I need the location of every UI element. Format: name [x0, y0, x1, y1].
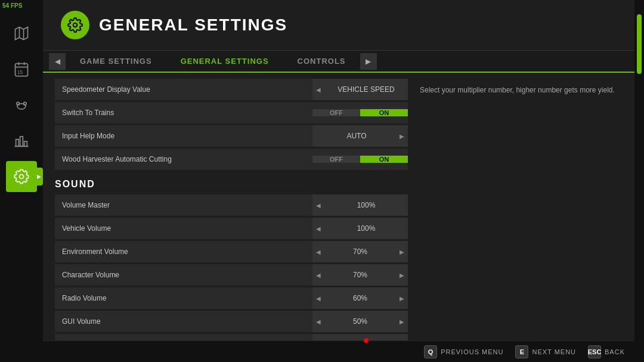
character-volume-prev[interactable]: ◀	[312, 264, 324, 286]
setting-label-input-help: Input Help Mode	[55, 132, 312, 140]
input-help-arrow[interactable]: ▶	[396, 125, 408, 147]
scrollbar[interactable]	[634, 0, 644, 362]
setting-row-vehicle-volume: Vehicle Volume ◀ 100%	[55, 218, 408, 239]
tab-game-settings[interactable]: GAME SETTINGS	[66, 51, 166, 73]
setting-label-gui-volume: GUI Volume	[55, 317, 312, 326]
key-e: E	[515, 345, 528, 358]
volume-master-value: 100%	[324, 201, 408, 209]
setting-label-character-volume: Character Volume	[55, 271, 312, 279]
svg-rect-12	[24, 141, 27, 146]
gui-volume-value: 50%	[324, 317, 396, 326]
input-help-value: AUTO	[312, 132, 396, 140]
setting-label-wood-harvester: Wood Harvester Automatic Cutting	[55, 155, 312, 163]
setting-row-switch-trains: Switch To Trains OFF ON	[55, 102, 408, 123]
setting-control-wood-harvester: OFF ON	[312, 148, 408, 170]
sidebar-item-settings[interactable]: ▶	[6, 161, 37, 192]
radio-volume-value: 60%	[324, 294, 396, 302]
setting-row-speedometer: Speedometer Display Value ◀ VEHICLE SPEE…	[55, 79, 408, 100]
character-volume-value: 70%	[324, 271, 396, 279]
label-next-menu: NEXT MENU	[532, 348, 576, 355]
settings-left: Speedometer Display Value ◀ VEHICLE SPEE…	[55, 79, 408, 335]
section-title-sound: SOUND	[55, 172, 408, 194]
label-back: BACK	[605, 348, 625, 355]
svg-point-8	[17, 102, 20, 105]
setting-control-speedometer: ◀ VEHICLE SPEED	[312, 79, 408, 100]
setting-row-gui-volume: GUI Volume ◀ 50% ▶	[55, 311, 408, 332]
setting-label-volume-master: Volume Master	[55, 201, 312, 209]
setting-control-vehicle-volume: ◀ 100%	[312, 218, 408, 239]
vehicle-volume-value: 100%	[324, 224, 408, 233]
tab-prev-button[interactable]: ◀	[49, 53, 66, 70]
label-prev-menu: PREVIOUS MENU	[441, 348, 503, 355]
setting-row-game-volume-focus: Game Volume While Not In Focus OFF ▶	[55, 334, 408, 341]
description-text: Select your multiplier number, higher nu…	[420, 85, 623, 95]
key-q: Q	[424, 345, 437, 358]
sidebar-item-animals[interactable]	[6, 89, 37, 120]
tab-next-button[interactable]: ▶	[360, 53, 377, 70]
key-esc: ESC	[588, 345, 601, 358]
svg-point-15	[73, 23, 78, 27]
environment-volume-value: 70%	[324, 247, 396, 256]
setting-row-input-help: Input Help Mode AUTO ▶	[55, 125, 408, 147]
setting-control-switch-trains: OFF ON	[312, 102, 408, 123]
sidebar: 15 ▶	[0, 0, 43, 362]
setting-control-game-volume-focus: OFF ▶	[312, 334, 408, 341]
page-header: GENERAL SETTINGS	[43, 0, 634, 51]
scrollbar-thumb[interactable]	[637, 14, 642, 74]
setting-label-switch-trains: Switch To Trains	[55, 109, 312, 117]
settings-description: Select your multiplier number, higher nu…	[420, 79, 623, 335]
speedometer-value: VEHICLE SPEED	[324, 85, 408, 94]
header-icon	[61, 11, 89, 39]
setting-control-volume-master: ◀ 100%	[312, 194, 408, 216]
fps-counter: 54 FPS	[2, 2, 22, 9]
environment-volume-prev[interactable]: ◀	[312, 241, 324, 262]
setting-control-gui-volume: ◀ 50% ▶	[312, 311, 408, 332]
settings-area: Speedometer Display Value ◀ VEHICLE SPEE…	[43, 73, 634, 341]
wood-harvester-on[interactable]: ON	[360, 156, 408, 163]
setting-row-character-volume: Character Volume ◀ 70% ▶	[55, 264, 408, 286]
setting-control-input-help: AUTO ▶	[312, 125, 408, 147]
svg-point-9	[24, 102, 27, 105]
setting-row-radio-volume: Radio Volume ◀ 60% ▶	[55, 287, 408, 309]
bottom-key-prev-menu: Q PREVIOUS MENU	[424, 345, 503, 358]
tab-general-settings[interactable]: GENERAL SETTINGS	[166, 51, 283, 73]
gui-volume-next[interactable]: ▶	[396, 311, 408, 332]
svg-rect-11	[20, 137, 23, 146]
setting-label-vehicle-volume: Vehicle Volume	[55, 224, 312, 233]
setting-row-volume-master: Volume Master ◀ 100%	[55, 194, 408, 216]
switch-trains-off[interactable]: OFF	[312, 109, 360, 116]
setting-control-character-volume: ◀ 70% ▶	[312, 264, 408, 286]
character-volume-next[interactable]: ▶	[396, 264, 408, 286]
bottom-bar: Q PREVIOUS MENU E NEXT MENU ESC BACK	[43, 341, 634, 362]
tab-bar: ◀ GAME SETTINGS GENERAL SETTINGS CONTROL…	[43, 51, 634, 73]
setting-row-wood-harvester: Wood Harvester Automatic Cutting OFF ON	[55, 148, 408, 170]
svg-point-14	[20, 175, 24, 179]
wood-harvester-off[interactable]: OFF	[312, 156, 360, 163]
speedometer-prev[interactable]: ◀	[312, 79, 324, 100]
radio-volume-next[interactable]: ▶	[396, 287, 408, 309]
sidebar-item-production[interactable]	[6, 125, 37, 156]
setting-label-radio-volume: Radio Volume	[55, 294, 312, 302]
radio-volume-prev[interactable]: ◀	[312, 287, 324, 309]
setting-label-environment-volume: Environment Volume	[55, 247, 312, 256]
bottom-key-back: ESC BACK	[588, 345, 625, 358]
switch-trains-on[interactable]: ON	[360, 109, 408, 116]
setting-control-radio-volume: ◀ 60% ▶	[312, 287, 408, 309]
volume-master-prev[interactable]: ◀	[312, 194, 324, 216]
tab-controls[interactable]: CONTROLS	[283, 51, 360, 73]
setting-label-speedometer: Speedometer Display Value	[55, 85, 312, 94]
sidebar-expand-button[interactable]: ▶	[35, 168, 43, 185]
bottom-key-next-menu: E NEXT MENU	[515, 345, 576, 358]
sidebar-item-calendar[interactable]: 15	[6, 54, 37, 85]
setting-row-environment-volume: Environment Volume ◀ 70% ▶	[55, 241, 408, 262]
svg-rect-10	[16, 140, 19, 147]
page-title: GENERAL SETTINGS	[99, 16, 287, 35]
svg-text:15: 15	[17, 70, 23, 75]
gui-volume-prev[interactable]: ◀	[312, 311, 324, 332]
setting-control-environment-volume: ◀ 70% ▶	[312, 241, 408, 262]
environment-volume-next[interactable]: ▶	[396, 241, 408, 262]
game-volume-focus-arrow[interactable]: ▶	[396, 334, 408, 341]
main-content: GENERAL SETTINGS ◀ GAME SETTINGS GENERAL…	[43, 0, 634, 362]
sidebar-item-map[interactable]	[6, 18, 37, 49]
vehicle-volume-prev[interactable]: ◀	[312, 218, 324, 239]
